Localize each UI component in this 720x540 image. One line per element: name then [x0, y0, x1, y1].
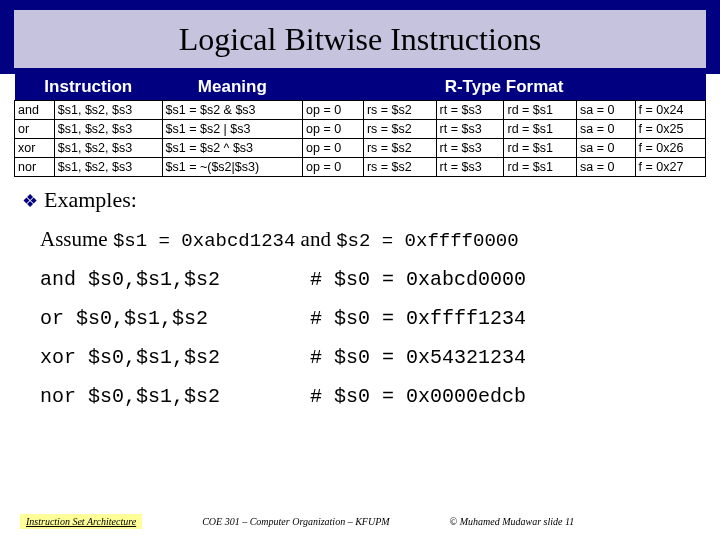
example-code: nor $s0,$s1,$s2 [40, 385, 310, 408]
title-inner: Logical Bitwise Instructions [14, 10, 706, 68]
cell-rd: rd = $s1 [504, 139, 577, 158]
cell-f: f = 0x27 [635, 158, 705, 177]
cell-meaning: $s1 = ~($s2|$s3) [162, 158, 303, 177]
instruction-table: Instruction Meaning R-Type Format and $s… [14, 74, 706, 177]
cell-sa: sa = 0 [577, 101, 636, 120]
cell-args: $s1, $s2, $s3 [54, 139, 162, 158]
assume-prefix: Assume [40, 227, 113, 251]
cell-rt: rt = $s3 [436, 158, 504, 177]
cell-rd: rd = $s1 [504, 120, 577, 139]
cell-rs: rs = $s2 [363, 158, 436, 177]
slide-title: Logical Bitwise Instructions [179, 21, 542, 58]
cell-args: $s1, $s2, $s3 [54, 101, 162, 120]
diamond-bullet-icon: ❖ [22, 191, 38, 211]
cell-rt: rt = $s3 [436, 139, 504, 158]
example-row: and $s0,$s1,$s2 # $s0 = 0xabcd0000 [40, 268, 720, 291]
cell-f: f = 0x25 [635, 120, 705, 139]
cell-rt: rt = $s3 [436, 101, 504, 120]
cell-meaning: $s1 = $s2 & $s3 [162, 101, 303, 120]
cell-sa: sa = 0 [577, 120, 636, 139]
cell-op: and [15, 101, 55, 120]
cell-sa: sa = 0 [577, 158, 636, 177]
examples-heading: ❖Examples: [0, 177, 720, 213]
title-bar: Logical Bitwise Instructions [0, 0, 720, 74]
assume-mid: and [295, 227, 336, 251]
example-result: # $s0 = 0x0000edcb [310, 385, 720, 408]
example-row: nor $s0,$s1,$s2 # $s0 = 0x0000edcb [40, 385, 720, 408]
footer-left: Instruction Set Architecture [20, 514, 142, 529]
cell-meaning: $s1 = $s2 | $s3 [162, 120, 303, 139]
example-list: and $s0,$s1,$s2 # $s0 = 0xabcd0000 or $s… [40, 268, 720, 408]
assume-code2: $s2 = 0xffff0000 [336, 230, 518, 252]
header-meaning: Meaning [162, 74, 303, 101]
cell-args: $s1, $s2, $s3 [54, 120, 162, 139]
example-result: # $s0 = 0xffff1234 [310, 307, 720, 330]
example-code: or $s0,$s1,$s2 [40, 307, 310, 330]
footer-right: © Muhamed Mudawar slide 11 [450, 516, 575, 527]
header-instruction: Instruction [15, 74, 163, 101]
table-row: xor $s1, $s2, $s3 $s1 = $s2 ^ $s3 op = 0… [15, 139, 706, 158]
example-result: # $s0 = 0x54321234 [310, 346, 720, 369]
cell-opfield: op = 0 [303, 120, 364, 139]
example-row: xor $s0,$s1,$s2 # $s0 = 0x54321234 [40, 346, 720, 369]
cell-op: nor [15, 158, 55, 177]
example-row: or $s0,$s1,$s2 # $s0 = 0xffff1234 [40, 307, 720, 330]
cell-opfield: op = 0 [303, 101, 364, 120]
example-code: xor $s0,$s1,$s2 [40, 346, 310, 369]
cell-rd: rd = $s1 [504, 101, 577, 120]
cell-rd: rd = $s1 [504, 158, 577, 177]
assume-code1: $s1 = 0xabcd1234 [113, 230, 295, 252]
cell-rs: rs = $s2 [363, 120, 436, 139]
cell-f: f = 0x24 [635, 101, 705, 120]
header-format: R-Type Format [303, 74, 706, 101]
cell-rs: rs = $s2 [363, 101, 436, 120]
cell-opfield: op = 0 [303, 158, 364, 177]
footer-center: COE 301 – Computer Organization – KFUPM [202, 516, 389, 527]
table-header-row: Instruction Meaning R-Type Format [15, 74, 706, 101]
table-row: or $s1, $s2, $s3 $s1 = $s2 | $s3 op = 0 … [15, 120, 706, 139]
cell-sa: sa = 0 [577, 139, 636, 158]
assume-line: Assume $s1 = 0xabcd1234 and $s2 = 0xffff… [40, 227, 720, 252]
table-row: and $s1, $s2, $s3 $s1 = $s2 & $s3 op = 0… [15, 101, 706, 120]
example-code: and $s0,$s1,$s2 [40, 268, 310, 291]
cell-args: $s1, $s2, $s3 [54, 158, 162, 177]
cell-rs: rs = $s2 [363, 139, 436, 158]
table-row: nor $s1, $s2, $s3 $s1 = ~($s2|$s3) op = … [15, 158, 706, 177]
cell-op: xor [15, 139, 55, 158]
examples-label: Examples: [44, 187, 137, 212]
slide-footer: Instruction Set Architecture COE 301 – C… [0, 510, 720, 532]
cell-op: or [15, 120, 55, 139]
example-result: # $s0 = 0xabcd0000 [310, 268, 720, 291]
cell-rt: rt = $s3 [436, 120, 504, 139]
cell-f: f = 0x26 [635, 139, 705, 158]
cell-opfield: op = 0 [303, 139, 364, 158]
cell-meaning: $s1 = $s2 ^ $s3 [162, 139, 303, 158]
